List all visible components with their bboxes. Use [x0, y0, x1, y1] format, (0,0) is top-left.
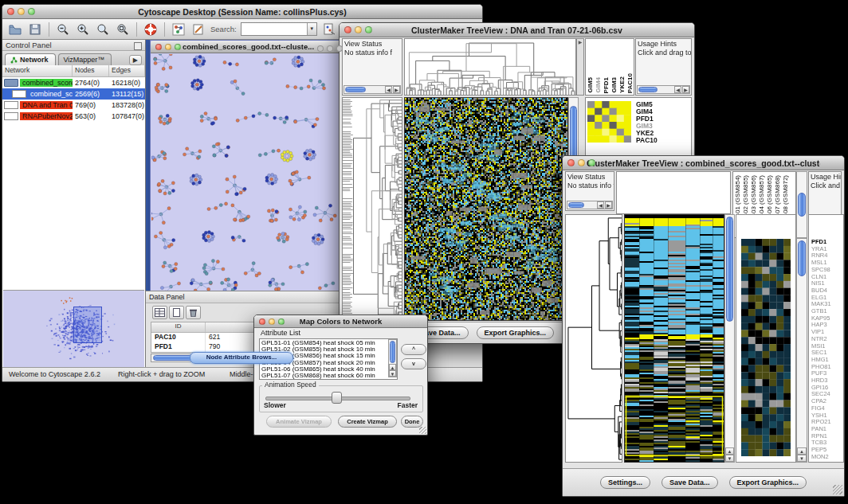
- traffic-lights-inactive[interactable]: [317, 45, 343, 52]
- similarity-matrix[interactable]: [587, 101, 631, 143]
- zoom-in-icon[interactable]: [75, 21, 91, 37]
- table-row[interactable]: combined_scores 2764(0) 16218(0): [2, 77, 145, 88]
- open-folder-icon[interactable]: [7, 21, 23, 37]
- tab-network[interactable]: Network: [5, 53, 56, 65]
- traffic-lights[interactable]: [259, 318, 285, 325]
- traffic-lights[interactable]: [7, 8, 35, 15]
- table-row[interactable]: DNA and Tran 07 769(0) 183728(0): [2, 100, 145, 111]
- toolbar-separator: [49, 22, 49, 37]
- save-icon[interactable]: [27, 21, 43, 37]
- gene-label[interactable]: MON2: [811, 454, 843, 461]
- gene-list[interactable]: PFD1YRA1RNR4MSL1SPC98CLN1NIS1BUD4ELG1MAK…: [808, 214, 844, 463]
- scroll-thumb[interactable]: [568, 202, 584, 208]
- scroll-right-icon[interactable]: ▶: [393, 86, 400, 93]
- view-status-hscrollbar[interactable]: ◀ ▶: [567, 201, 613, 209]
- table-row[interactable]: RNAPuberNov2+ 563(0) 107847(0): [2, 111, 145, 122]
- move-down-button[interactable]: v: [401, 358, 426, 369]
- network-file-icon: [12, 90, 26, 98]
- heatmap-vscrollbar[interactable]: ▲ ▼: [724, 214, 735, 463]
- column-labels-panel[interactable]: GIM5GIM4PFD1GIM3YKE2PAC10: [585, 38, 634, 96]
- scroll-thumb[interactable]: [345, 87, 366, 92]
- scroll-down-icon[interactable]: ▼: [797, 455, 807, 462]
- network-view-icon[interactable]: [171, 21, 186, 37]
- settings-button[interactable]: Settings...: [600, 476, 650, 489]
- scroll-up-icon[interactable]: ▲: [389, 364, 396, 370]
- search-input[interactable]: [241, 23, 307, 35]
- view-status-hscrollbar[interactable]: ◀ ▶: [344, 85, 401, 94]
- network-overview-panel[interactable]: [3, 290, 144, 368]
- vizmap-doc-icon[interactable]: [321, 21, 337, 37]
- scroll-left-icon[interactable]: ◀: [385, 86, 392, 93]
- scroll-thumb[interactable]: [638, 87, 658, 92]
- scroll-right-icon[interactable]: ▶: [682, 86, 689, 93]
- scroll-down-icon[interactable]: ▼: [725, 455, 734, 462]
- help-lifering-icon[interactable]: [143, 21, 159, 37]
- zoom-heatmap-panel[interactable]: [736, 214, 796, 463]
- expand-right-icon[interactable]: ▶: [577, 39, 583, 45]
- search-label: Search:: [210, 25, 237, 33]
- resize-grip[interactable]: [833, 485, 842, 494]
- minimize-icon: [165, 44, 171, 50]
- delete-attribute-icon[interactable]: [186, 306, 201, 319]
- scroll-right-icon[interactable]: ▶: [605, 201, 612, 209]
- scroll-thumb[interactable]: [798, 240, 806, 276]
- traffic-lights[interactable]: [155, 44, 181, 50]
- scroll-thumb[interactable]: [798, 193, 806, 217]
- scroll-thumb[interactable]: [726, 217, 733, 322]
- node-attribute-browser-tab[interactable]: Node Attribute Brows...: [190, 352, 293, 364]
- new-attribute-icon[interactable]: [169, 306, 184, 319]
- tab-overflow-button[interactable]: ▶: [129, 55, 142, 65]
- traffic-lights[interactable]: [567, 159, 595, 166]
- done-button[interactable]: Done: [401, 416, 423, 428]
- network-table-header[interactable]: Network Nodes Edges: [2, 65, 145, 77]
- column-dendrogram-panel[interactable]: [404, 38, 576, 96]
- resize-grip[interactable]: [419, 427, 426, 434]
- zoom-fit-icon[interactable]: [95, 21, 111, 37]
- heatmap-panel[interactable]: [624, 214, 724, 463]
- zoom-out-icon[interactable]: [55, 21, 71, 37]
- annotation-icon[interactable]: [190, 21, 206, 37]
- zoom-selected-icon[interactable]: [115, 21, 131, 37]
- attribute-list-vscrollbar[interactable]: ▲ ▼: [388, 339, 397, 377]
- network-canvas[interactable]: [151, 54, 344, 291]
- table-row[interactable]: combined_sco 2569(6) 13112(15): [2, 88, 145, 100]
- usage-hints-hscrollbar[interactable]: ◀ ▶: [637, 85, 690, 94]
- move-up-button[interactable]: ^: [401, 344, 426, 355]
- scroll-up-icon[interactable]: ▲: [797, 447, 807, 455]
- column-label: PFD1: [603, 77, 610, 93]
- float-panel-icon[interactable]: [134, 42, 142, 50]
- column-dendrogram-panel[interactable]: [616, 171, 731, 214]
- row-dendrogram-panel[interactable]: [565, 214, 622, 463]
- status-zoom-hint: Right-click + drag to ZOOM: [118, 370, 205, 378]
- labels-vscrollbar[interactable]: [796, 171, 807, 238]
- network-view-frame[interactable]: combined_scores_good.txt--cluste...: [150, 40, 347, 294]
- dialog-titlebar[interactable]: Map Colors to Network: [254, 315, 427, 328]
- treeview-combined-titlebar[interactable]: ClusterMaker TreeView : combined_scores_…: [563, 156, 844, 170]
- export-graphics-button[interactable]: Export Graphics...: [477, 326, 555, 339]
- genelist-vscrollbar[interactable]: ▲ ▼: [796, 238, 807, 463]
- scroll-up-icon[interactable]: ▲: [725, 447, 734, 455]
- traffic-lights[interactable]: [344, 26, 372, 33]
- animate-vizmap-button[interactable]: Animate Vizmap: [266, 416, 332, 428]
- desktop: Cytoscape Desktop (Session Name: collins…: [0, 0, 848, 504]
- scroll-down-icon[interactable]: ▼: [389, 370, 396, 377]
- scroll-thumb[interactable]: [390, 341, 395, 363]
- speed-slider-thumb[interactable]: [332, 392, 342, 404]
- cytoscape-titlebar[interactable]: Cytoscape Desktop (Session Name: collins…: [2, 5, 482, 19]
- treeview-dna-titlebar[interactable]: ClusterMaker TreeView : DNA and Tran 07-…: [340, 23, 694, 37]
- splitter-strip[interactable]: ▶: [576, 38, 584, 96]
- scroll-left-icon[interactable]: ◀: [674, 86, 681, 93]
- scroll-left-icon[interactable]: ◀: [597, 201, 604, 209]
- save-data-button[interactable]: Save Data...: [662, 476, 718, 489]
- matrix-row-label: PAC10: [636, 137, 658, 144]
- attribute-table-icon[interactable]: [152, 306, 167, 319]
- tab-vizmapper[interactable]: VizMapper™: [58, 53, 112, 65]
- overview-viewport-rect[interactable]: [73, 307, 102, 343]
- attribute-item[interactable]: GPL51-07 (GSM868) heat shock 60 min: [261, 373, 387, 379]
- row-dendrogram-panel[interactable]: [342, 97, 402, 321]
- heatmap-panel[interactable]: [404, 97, 568, 321]
- export-graphics-button[interactable]: Export Graphics...: [729, 476, 807, 489]
- column-label: GIM3: [610, 77, 618, 93]
- chevron-down-icon[interactable]: ▼: [307, 23, 316, 35]
- create-vizmap-button[interactable]: Create Vizmap: [338, 416, 397, 428]
